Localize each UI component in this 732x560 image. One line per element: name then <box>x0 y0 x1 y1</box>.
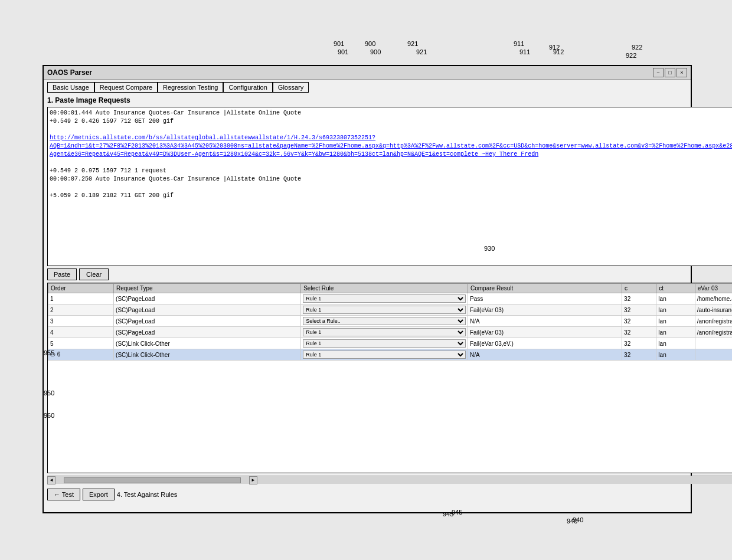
scroll-right-btn[interactable]: ► <box>249 476 257 484</box>
cell-evar03-4: /anon/registration/register/EnterUserI..… <box>695 327 732 338</box>
app-window: OAOS Parser − □ × Basic Usage Request Co… <box>43 65 692 513</box>
bottom-action-row: ← Test Export 4. Test Against Rules <box>47 486 732 503</box>
ref-922: 922 <box>632 44 642 51</box>
col-compare-result: Compare Result <box>468 284 622 293</box>
tab-regression-testing[interactable]: Regression Testing <box>158 82 223 93</box>
cell-rule-3[interactable]: Select a Rule.. <box>301 316 468 327</box>
cell-result-6: N/A <box>468 349 622 361</box>
paste-clear-row: Paste Clear <box>47 268 732 280</box>
cell-result-4: Fail(eVar 03) <box>468 327 622 338</box>
cell-ct-3: lan <box>656 316 695 327</box>
col-order: Order <box>48 284 114 293</box>
main-content: 1. Paste Image Requests 00:00:01.444 Aut… <box>44 93 691 506</box>
ref-900: 900 <box>365 40 375 47</box>
title-bar-buttons: − □ × <box>653 68 687 77</box>
text-line-0: 00:00:01.444 Auto Insurance Quotes-Car I… <box>50 109 732 117</box>
anno-921: 921 <box>416 48 427 55</box>
export-button[interactable]: Export <box>83 489 115 500</box>
cell-c-5: 32 <box>622 338 656 349</box>
test-against-rules-label: 4. Test Against Rules <box>117 491 178 498</box>
cell-evar03-2: /auto-insurance/main.aspx <box>695 304 732 316</box>
minimize-button[interactable]: − <box>653 68 664 77</box>
tab-configuration[interactable]: Configuration <box>223 82 272 93</box>
cell-ct-5: lan <box>656 338 695 349</box>
cell-evar03-6 <box>695 349 732 361</box>
text-line-8: +5.059 2 0.189 2182 711 GET 200 gif <box>50 192 732 200</box>
clear-button[interactable]: Clear <box>79 268 109 280</box>
table-row: 3 (SC)PageLoad Select a Rule.. N/A 32 la… <box>48 316 733 327</box>
anno-912: 912 <box>553 48 564 55</box>
col-select-rule: Select Rule <box>301 284 468 293</box>
paste-text-area[interactable]: 00:00:01.444 Auto Insurance Quotes-Car I… <box>47 107 732 266</box>
scroll-thumb[interactable] <box>64 477 241 483</box>
cell-type-5: (SC)Link Click-Other <box>114 338 301 349</box>
anno-900: 900 <box>370 48 381 55</box>
test-button[interactable]: ← Test <box>47 489 80 500</box>
horizontal-scrollbar[interactable]: ◄ ► <box>47 476 732 484</box>
cell-rule-2[interactable]: Rule 1 <box>301 304 468 316</box>
tab-glossary[interactable]: Glossary <box>273 82 309 93</box>
app-title: OAOS Parser <box>47 68 92 77</box>
paste-button[interactable]: Paste <box>47 268 77 280</box>
tabs-bar: Basic Usage Request Compare Regression T… <box>44 80 691 93</box>
cell-evar03-3: /anon/registration/register.aspx <box>695 316 732 327</box>
text-line-7 <box>50 184 732 192</box>
anno-930: 930 <box>484 245 495 252</box>
anno-945: 945 <box>452 509 462 516</box>
cell-evar03-5 <box>695 338 732 349</box>
col-ct: ct <box>656 284 695 293</box>
text-line-5: +0.549 2 0.975 1597 712 1 request <box>50 167 732 175</box>
rule-select-5[interactable]: Rule 1 <box>303 339 466 348</box>
cell-order-5: 5 <box>48 338 114 349</box>
text-line-3: http://metnics.allstate.com/b/ss/allstat… <box>50 134 732 159</box>
cell-rule-5[interactable]: Rule 1 <box>301 338 468 349</box>
cell-result-1: Pass <box>468 293 622 304</box>
text-line-2 <box>50 126 732 134</box>
close-button[interactable]: × <box>677 68 687 77</box>
cell-c-1: 32 <box>622 293 656 304</box>
title-bar: OAOS Parser − □ × <box>44 66 691 80</box>
cell-result-2: Fail(eVar 03) <box>468 304 622 316</box>
rule-select-2[interactable]: Rule 1 <box>303 306 466 314</box>
cell-rule-1[interactable]: Rule 1 <box>301 293 468 304</box>
text-line-6: 00:00:07.250 Auto Insurance Quotes-Car I… <box>50 175 732 184</box>
table-row: 1 (SC)PageLoad Rule 1 Pass 32 lan /home/… <box>48 293 733 304</box>
table-row: 2 (SC)PageLoad Rule 1 Fail(eVar 03) 32 l… <box>48 304 733 316</box>
rule-select-4[interactable]: Rule 1 <box>303 328 466 336</box>
cell-type-3: (SC)PageLoad <box>114 316 301 327</box>
tab-basic-usage[interactable]: Basic Usage <box>47 82 94 93</box>
maximize-button[interactable]: □ <box>665 68 675 77</box>
cell-type-6: (SC)Link Click-Other <box>114 349 301 361</box>
ref-921: 921 <box>407 40 418 47</box>
rule-select-6[interactable]: Rule 1 <box>303 351 466 359</box>
table-row: 5 (SC)Link Click-Other Rule 1 Fail(eVar … <box>48 338 733 349</box>
col-evar03: eVar 03 <box>695 284 732 293</box>
cell-c-2: 32 <box>622 304 656 316</box>
cell-order-6: ⬭ 6 <box>48 349 114 361</box>
table-row: ⬭ 6 (SC)Link Click-Other Rule 1 N/A 32 l… <box>48 349 733 361</box>
col-request-type: Request Type <box>114 284 301 293</box>
cell-type-1: (SC)PageLoad <box>114 293 301 304</box>
cell-c-6: 32 <box>622 349 656 361</box>
paste-section-label: 1. Paste Image Requests <box>47 96 732 104</box>
rule-select-3[interactable]: Select a Rule.. <box>303 317 466 325</box>
anno-955: 955 <box>44 349 54 356</box>
cell-rule-4[interactable]: Rule 1 <box>301 327 468 338</box>
scroll-left-btn[interactable]: ◄ <box>47 476 55 484</box>
cell-type-2: (SC)PageLoad <box>114 304 301 316</box>
data-table-container: Order Request Type Select Rule Compare R… <box>47 283 732 473</box>
cell-ct-2: lan <box>656 304 695 316</box>
anno-901: 901 <box>338 48 348 55</box>
tab-request-compare[interactable]: Request Compare <box>94 82 158 93</box>
col-c: c <box>622 284 656 293</box>
ref-901: 901 <box>334 40 344 47</box>
text-line-4 <box>50 159 732 167</box>
anno-960: 960 <box>44 412 54 419</box>
cell-ct-6: lan <box>656 349 695 361</box>
cell-order-4: 4 <box>48 327 114 338</box>
rule-select-1[interactable]: Rule 1 <box>303 294 466 303</box>
cell-order-3: 3 <box>48 316 114 327</box>
cell-rule-6[interactable]: Rule 1 <box>301 349 468 361</box>
text-area-content: 00:00:01.444 Auto Insurance Quotes-Car I… <box>48 107 732 202</box>
ref-911: 911 <box>514 40 524 47</box>
